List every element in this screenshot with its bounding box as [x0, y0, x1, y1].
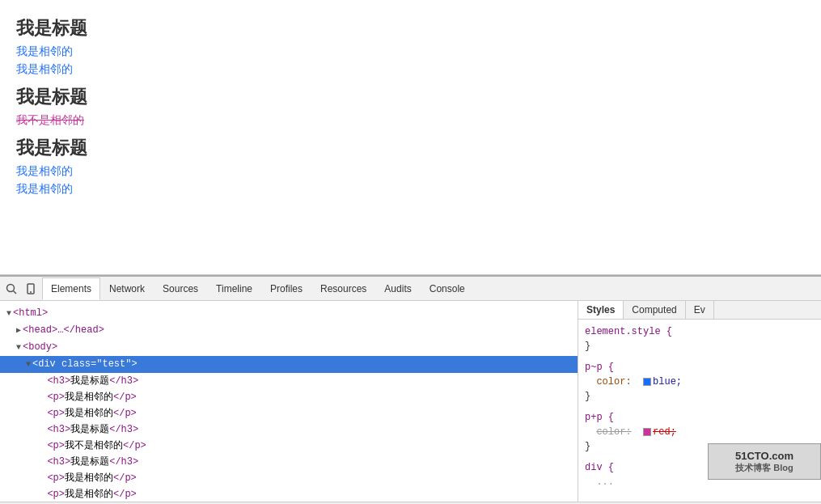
style-brace-close-p-tilde: }: [585, 391, 590, 402]
tree-line-h3-1[interactable]: <h3>我是标题</h3>: [0, 373, 578, 389]
tree-line-p4[interactable]: <p>我是相邻的</p>: [0, 470, 578, 486]
style-selector-p-plus: p+p {: [585, 412, 614, 423]
style-selector-div: div {: [585, 462, 614, 473]
tree-line-p2[interactable]: <p>我是相邻的</p>: [0, 405, 578, 421]
style-value-blue: blue;: [653, 376, 682, 388]
style-selector-element: element.style {: [585, 326, 672, 337]
color-swatch-blue: [643, 378, 651, 386]
watermark-line2: 技术博客 Blog: [735, 462, 793, 474]
style-brace-close-p-plus: }: [585, 441, 590, 452]
tab-audits[interactable]: Audits: [375, 277, 420, 300]
para-adjacent-4: 我是相邻的: [16, 182, 805, 197]
tab-sources[interactable]: Sources: [154, 277, 207, 300]
tree-line-head[interactable]: ▶<head>…</head>: [0, 322, 578, 339]
svg-line-1: [14, 290, 17, 294]
devtools-panel: Elements Network Sources Timeline Profil…: [0, 275, 821, 502]
tree-line-html[interactable]: ▼<html>: [0, 305, 578, 322]
style-prop-color-1: color:: [596, 376, 631, 388]
browser-viewport: 我是标题 我是相邻的 我是相邻的 我是标题 我不是相邻的 我是标题 我是相邻的 …: [0, 0, 821, 275]
tree-line-p1[interactable]: <p>我是相邻的</p>: [0, 389, 578, 405]
para-adjacent-1: 我是相邻的: [16, 44, 805, 59]
style-prop-color-2: color:: [596, 426, 631, 438]
tab-timeline[interactable]: Timeline: [207, 277, 261, 300]
heading-3: 我是标题: [16, 136, 805, 160]
tab-elements[interactable]: Elements: [42, 277, 100, 300]
heading-2: 我是标题: [16, 85, 805, 109]
search-icon[interactable]: [3, 281, 19, 297]
styles-tab-event[interactable]: Ev: [686, 301, 714, 319]
tab-console[interactable]: Console: [421, 277, 474, 300]
tree-line-h3-3[interactable]: <h3>我是标题</h3>: [0, 454, 578, 470]
style-rule-p-tilde-p: p~p { color: blue; }: [585, 360, 815, 404]
style-dots: ...: [596, 476, 614, 488]
tree-line-div[interactable]: ▼<div class="test">: [0, 356, 578, 373]
devtools-toolbar: Elements Network Sources Timeline Profil…: [0, 277, 821, 301]
tab-resources[interactable]: Resources: [311, 277, 375, 300]
style-brace-close-element: }: [585, 341, 590, 352]
styles-tab-computed[interactable]: Computed: [624, 301, 685, 319]
tree-line-h3-2[interactable]: <h3>我是标题</h3>: [0, 421, 578, 438]
devtools-body: ▼<html> ▶<head>…</head> ▼<body> ▼<div cl…: [0, 301, 821, 502]
styles-tabs: Styles Computed Ev: [578, 301, 821, 320]
tab-network[interactable]: Network: [100, 277, 154, 300]
inspect-icon[interactable]: [23, 281, 39, 297]
tree-line-body[interactable]: ▼<body>: [0, 339, 578, 356]
tab-profiles[interactable]: Profiles: [261, 277, 311, 300]
heading-1: 我是标题: [16, 16, 805, 40]
tree-line-p5[interactable]: <p>我是相邻的</p>: [0, 486, 578, 502]
para-adjacent-2: 我是相邻的: [16, 62, 805, 77]
tree-line-p3[interactable]: <p>我不是相邻的</p>: [0, 438, 578, 454]
styles-tab-styles[interactable]: Styles: [578, 301, 624, 319]
style-value-red: red;: [653, 426, 676, 438]
style-selector-p-tilde: p~p {: [585, 362, 614, 373]
para-adjacent-3: 我是相邻的: [16, 164, 805, 179]
para-not-adjacent: 我不是相邻的: [16, 113, 805, 128]
html-tree-panel[interactable]: ▼<html> ▶<head>…</head> ▼<body> ▼<div cl…: [0, 301, 578, 502]
color-swatch-red: [643, 428, 651, 436]
watermark: 51CTO.com 技术博客 Blog: [708, 443, 821, 480]
style-rule-element: element.style { }: [585, 324, 815, 354]
svg-point-0: [7, 284, 15, 291]
watermark-line1: 51CTO.com: [735, 450, 793, 462]
